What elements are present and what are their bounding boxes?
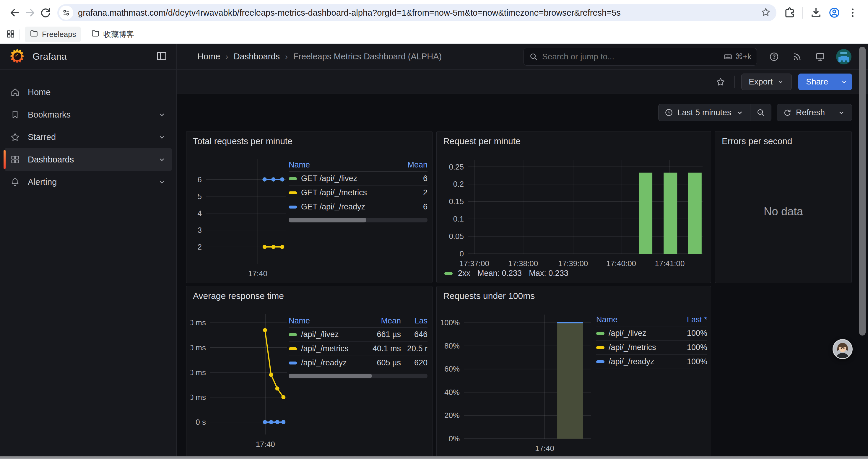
- no-data-message: No data: [715, 205, 851, 218]
- browser-menu-icon[interactable]: [845, 5, 860, 21]
- breadcrumb-item[interactable]: Home: [197, 52, 220, 61]
- zoom-out-time-button[interactable]: [750, 104, 771, 121]
- svg-text:60 ms: 60 ms: [191, 343, 206, 352]
- profile-icon[interactable]: [827, 5, 842, 21]
- series-value: 646: [401, 330, 428, 339]
- floating-assistant-avatar[interactable]: [833, 339, 852, 359]
- legend-row[interactable]: /api/_/metrics40.1 ms20.5 r: [289, 342, 428, 356]
- total-requests-chart[interactable]: 6543217:40: [191, 155, 290, 277]
- legend-column-header[interactable]: Mean: [383, 160, 428, 169]
- bookmark-star-icon[interactable]: [761, 7, 771, 19]
- legend-row[interactable]: /api/_/metrics100%: [596, 340, 707, 355]
- user-avatar[interactable]: [836, 49, 851, 64]
- address-bar[interactable]: grafana.mathmast.com/d/deytv4rwavabkb/fr…: [57, 4, 776, 21]
- svg-text:6: 6: [198, 175, 202, 184]
- breadcrumb-item[interactable]: Dashboards: [234, 52, 280, 61]
- legend-row[interactable]: GET /api/_/metrics2: [289, 186, 428, 200]
- page-vertical-scrollbar[interactable]: [859, 47, 866, 335]
- share-button[interactable]: Share: [798, 73, 852, 90]
- dashboard-actions-bar: Export Share: [177, 70, 868, 94]
- legend-row[interactable]: /api/_/livez100%: [596, 326, 707, 340]
- legend-column-header[interactable]: Name: [596, 315, 672, 324]
- series-color-pill: [289, 191, 297, 194]
- legend-row[interactable]: /api/_/livez661 µs646: [289, 328, 428, 342]
- series-name: GET /api/_/metrics: [301, 188, 367, 197]
- legend-row[interactable]: GET /api/_/livez6: [289, 172, 428, 186]
- requests-under-100ms-chart[interactable]: 100%80%60%40%20%0%17:40: [441, 310, 594, 458]
- bookmark-item[interactable]: 收藏博客: [86, 27, 139, 42]
- chevron-down-icon[interactable]: [157, 133, 166, 141]
- actions-divider: [734, 76, 735, 88]
- sidebar-item-dashboards[interactable]: Dashboards: [5, 148, 172, 171]
- favorite-star-icon[interactable]: [713, 75, 728, 89]
- sidebar-item-label: Home: [28, 88, 166, 97]
- browser-forward-button[interactable]: [23, 5, 38, 21]
- toolbar-divider: [802, 7, 803, 19]
- refresh-button[interactable]: Refresh: [777, 104, 831, 121]
- news-rss-icon[interactable]: [790, 50, 804, 64]
- breadcrumb: Home›Dashboards›Freeleaps Metrics Dashbo…: [197, 52, 442, 61]
- refresh-interval-chevron[interactable]: [831, 104, 852, 121]
- legend-column-header[interactable]: Last *: [672, 315, 707, 324]
- svg-text:3: 3: [198, 226, 202, 234]
- panel-title[interactable]: Requests under 100ms: [443, 291, 535, 301]
- browser-reload-button[interactable]: [38, 5, 53, 21]
- svg-text:17:40: 17:40: [248, 269, 267, 277]
- site-settings-icon[interactable]: [59, 6, 73, 20]
- search-input[interactable]: ⌘+k: [524, 48, 757, 66]
- chevron-down-icon[interactable]: [157, 177, 166, 186]
- search-field[interactable]: [542, 52, 723, 61]
- chevron-down-icon[interactable]: [157, 110, 166, 119]
- extensions-icon[interactable]: [782, 5, 797, 21]
- sidebar-item-starred[interactable]: Starred: [5, 126, 172, 148]
- sidebar-item-alerting[interactable]: Alerting: [5, 171, 172, 193]
- svg-text:0.15: 0.15: [449, 197, 464, 206]
- legend-header-row: NameLast *: [596, 314, 707, 326]
- series-value: 100%: [672, 357, 707, 366]
- folder-icon: [91, 29, 100, 40]
- panel-title[interactable]: Total requests per minute: [193, 136, 292, 146]
- bookmark-label: 收藏博客: [103, 29, 134, 40]
- clock-icon: [664, 108, 673, 117]
- apps-grid-icon[interactable]: [6, 29, 16, 40]
- series-color-pill: [596, 332, 604, 335]
- legend-row[interactable]: /api/_/readyz100%: [596, 355, 707, 369]
- tv-kiosk-icon[interactable]: [813, 50, 827, 64]
- request-per-minute-chart[interactable]: 0.250.20.150.10.05017:37:0017:38:0017:39…: [441, 155, 707, 273]
- chevron-down-icon: [840, 78, 848, 86]
- sidebar-item-home[interactable]: Home: [5, 81, 172, 103]
- svg-text:60%: 60%: [444, 364, 460, 373]
- chevron-down-icon[interactable]: [157, 155, 166, 164]
- help-icon[interactable]: [767, 50, 781, 64]
- downloads-icon[interactable]: [808, 5, 824, 21]
- legend-row[interactable]: /api/_/readyz605 µs620: [289, 356, 428, 370]
- panel-title[interactable]: Request per minute: [443, 136, 521, 146]
- url-text[interactable]: grafana.mathmast.com/d/deytv4rwavabkb/fr…: [78, 8, 761, 18]
- svg-text:17:40:00: 17:40:00: [606, 259, 636, 268]
- time-range-picker[interactable]: Last 5 minutes: [658, 104, 750, 121]
- grafana-logo[interactable]: [9, 48, 25, 66]
- browser-back-button[interactable]: [7, 5, 23, 21]
- panel-title[interactable]: Errors per second: [722, 136, 792, 146]
- svg-text:17:39:00: 17:39:00: [558, 259, 588, 268]
- average-response-time-chart[interactable]: 80 ms60 ms40 ms20 ms0 s17:40: [191, 310, 290, 451]
- legend-column-header[interactable]: Name: [289, 316, 354, 326]
- panel-title[interactable]: Average response time: [193, 291, 284, 301]
- share-menu-chevron[interactable]: [836, 73, 852, 90]
- sidebar-item-bookmarks[interactable]: Bookmarks: [5, 103, 172, 126]
- sidebar-item-label: Dashboards: [28, 155, 157, 165]
- bookmark-item[interactable]: Freeleaps: [25, 27, 81, 42]
- legend-row[interactable]: 2xx Mean: 0.233 Max: 0.233: [444, 269, 568, 278]
- legend-horizontal-scrollbar[interactable]: [289, 218, 428, 222]
- export-button[interactable]: Export: [741, 73, 792, 90]
- svg-text:2: 2: [198, 242, 202, 251]
- legend-column-header[interactable]: Mean: [354, 316, 401, 326]
- svg-text:5: 5: [198, 192, 202, 201]
- legend-row[interactable]: GET /api/_/readyz6: [289, 200, 428, 214]
- dock-sidebar-icon[interactable]: [156, 50, 167, 63]
- legend-column-header[interactable]: Name: [289, 160, 383, 169]
- series-color-pill: [289, 333, 297, 336]
- legend-column-header[interactable]: Las: [401, 316, 428, 326]
- svg-text:0 s: 0 s: [195, 418, 206, 427]
- legend-horizontal-scrollbar[interactable]: [289, 374, 428, 379]
